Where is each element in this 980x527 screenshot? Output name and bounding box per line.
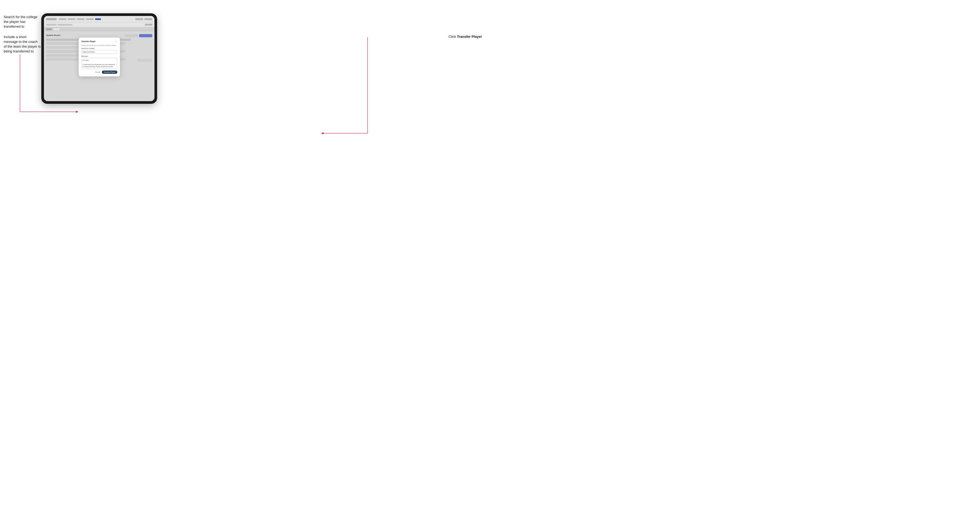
college-input[interactable]: Clippd University	[81, 50, 117, 54]
message-textarea[interactable]: Hi Coach,I understand Chris Robertson ha…	[81, 58, 117, 69]
college-label: Search for College	[81, 48, 117, 49]
modal-overlay: Transfer Player × Transfer the player an…	[44, 16, 154, 101]
svg-marker-2	[76, 111, 78, 113]
college-input-value: Clippd University	[83, 51, 94, 53]
transfer-player-confirm-button[interactable]: Transfer Player	[102, 71, 117, 74]
message-label: Message	[81, 56, 117, 57]
annotation-search-text: Search for the college the player has tr…	[4, 14, 41, 29]
message-value: Hi Coach,I understand Chris Robertson ha…	[83, 59, 115, 69]
annotation-left: Search for the college the player has tr…	[4, 14, 41, 59]
tablet-frame: Update Roster Transfer Player × Transf	[41, 13, 157, 104]
annotation-click-bold: Transfer Player	[457, 35, 482, 39]
modal-description: Transfer the player and their profile to…	[81, 44, 117, 46]
svg-marker-4	[321, 132, 323, 135]
modal-title: Transfer Player	[81, 40, 95, 43]
modal-close-button[interactable]: ×	[115, 40, 117, 43]
modal-footer: Cancel Transfer Player	[81, 71, 117, 74]
annotation-right: Click Transfer Player	[449, 35, 482, 39]
transfer-player-modal: Transfer Player × Transfer the player an…	[78, 38, 120, 76]
cancel-button[interactable]: Cancel	[95, 71, 100, 73]
modal-header: Transfer Player ×	[81, 40, 117, 43]
annotation-message-text: Include a short message to the coach of …	[4, 35, 41, 54]
tablet-screen: Update Roster Transfer Player × Transf	[44, 16, 154, 101]
annotation-click-text: Click Transfer Player	[449, 35, 482, 39]
